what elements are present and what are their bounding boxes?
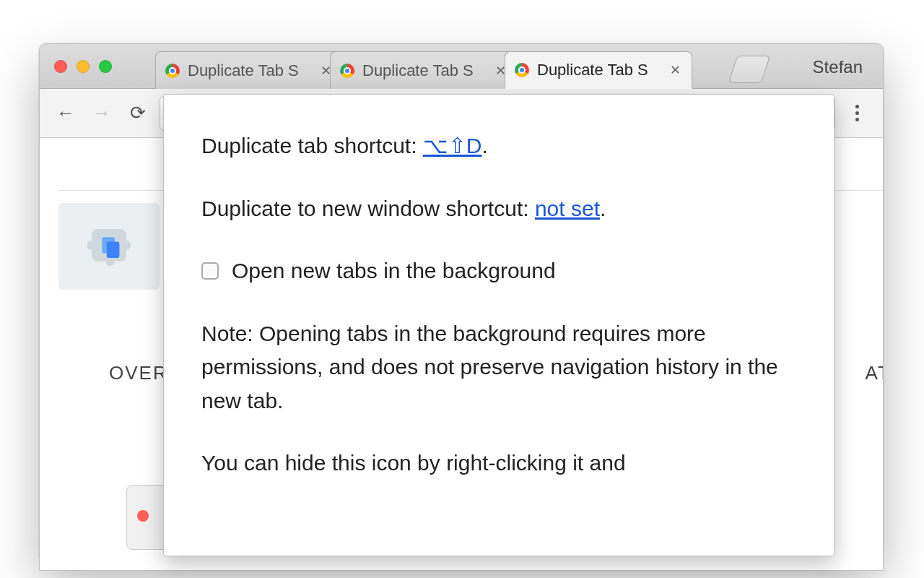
chrome-menu-button[interactable] (842, 99, 871, 128)
duplicate-shortcut-link[interactable]: ⌥⇧D (423, 134, 482, 158)
shortcut-row-new-window: Duplicate to new window shortcut: not se… (201, 192, 796, 226)
background-checkbox-label: Open new tabs in the background (232, 254, 556, 288)
profile-name[interactable]: Stefan (813, 57, 863, 77)
back-button[interactable]: ← (51, 99, 80, 128)
tab-1[interactable]: Duplicate Tab S ✕ (155, 51, 343, 89)
forward-button: → (87, 99, 116, 128)
thumbnail-traffic-icon (137, 510, 149, 522)
kebab-icon (844, 105, 870, 121)
new-window-shortcut-link[interactable]: not set (535, 197, 600, 220)
tab-title: Duplicate Tab S (188, 61, 299, 80)
close-window-button[interactable] (54, 60, 67, 73)
right-truncated-label: ATI (865, 362, 884, 384)
extension-popup: Duplicate tab shortcut: ⌥⇧D. Duplicate t… (163, 94, 834, 556)
minimize-window-button[interactable] (77, 60, 90, 73)
new-tab-button[interactable] (728, 56, 770, 83)
truncated-hint: You can hide this icon by right-clicking… (201, 447, 796, 480)
background-checkbox[interactable] (201, 262, 219, 280)
shortcut-row-duplicate: Duplicate tab shortcut: ⌥⇧D. (201, 129, 796, 163)
tab-title: Duplicate Tab S (537, 61, 648, 79)
tab-close-icon[interactable]: ✕ (667, 62, 683, 78)
chrome-favicon-icon (339, 63, 355, 79)
tab-2[interactable]: Duplicate Tab S ✕ (330, 51, 518, 89)
chrome-favicon-icon (165, 63, 180, 79)
chrome-favicon-icon (514, 62, 530, 78)
tab-strip: Duplicate Tab S ✕ Duplicate Tab S ✕ Dupl… (40, 44, 883, 89)
window-controls (54, 60, 112, 73)
svg-rect-1 (107, 242, 120, 258)
tab-3-active[interactable]: Duplicate Tab S ✕ (505, 51, 692, 89)
extension-puzzle-icon (58, 203, 160, 290)
zoom-window-button[interactable] (99, 60, 112, 73)
permissions-note: Note: Opening tabs in the background req… (201, 317, 796, 418)
reload-button[interactable]: ⟳ (123, 99, 152, 128)
background-checkbox-row[interactable]: Open new tabs in the background (201, 254, 796, 288)
tab-title: Duplicate Tab S (362, 61, 474, 80)
